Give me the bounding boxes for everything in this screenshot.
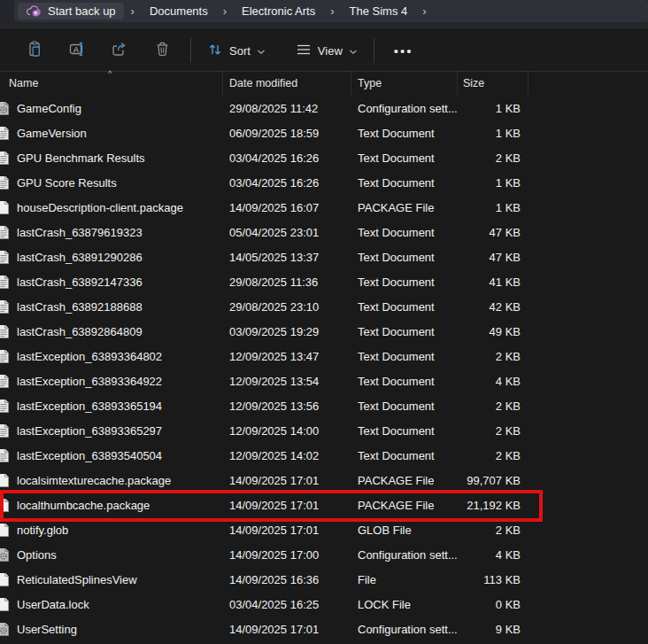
breadcrumb-chevron-icon: ›	[124, 5, 142, 17]
paste-button[interactable]	[13, 35, 56, 66]
file-name: localthumbcache.package	[17, 499, 150, 512]
file-type: PACKAGE File	[351, 201, 458, 214]
file-row[interactable]: lastCrash_63892147336 29/08/2025 11:36 T…	[0, 269, 648, 294]
sort-button[interactable]: Sort	[198, 35, 274, 66]
file-icon	[0, 598, 11, 611]
breadcrumb-item-the-sims-4[interactable]: The Sims 4	[341, 3, 415, 19]
breadcrumb-item-start-back-up[interactable]: Start back up	[18, 3, 124, 19]
file-row[interactable]: lastException_63893364922 12/09/2025 13:…	[0, 369, 648, 393]
file-size: 41 KB	[458, 275, 528, 289]
delete-button[interactable]	[141, 35, 183, 66]
breadcrumb-chevron-icon: ›	[216, 5, 234, 17]
column-header-size[interactable]: Size	[458, 72, 528, 95]
file-row[interactable]: UserData.lock 03/04/2025 16:25 LOCK File…	[0, 592, 648, 617]
text-document-icon	[0, 226, 11, 239]
file-name: localsimtexturecache.package	[17, 474, 171, 487]
file-row[interactable]: lastCrash_63892188688 29/08/2025 23:10 T…	[0, 294, 648, 319]
file-row[interactable]: GameConfig 29/08/2025 11:42 Configuratio…	[0, 96, 648, 120]
config-file-icon	[0, 102, 11, 115]
file-row[interactable]: lastException_63893365297 12/09/2025 14:…	[0, 418, 648, 443]
more-icon: •••	[382, 43, 426, 58]
file-type: PACKAGE File	[351, 474, 458, 487]
file-type: Text Document	[351, 226, 458, 239]
file-row[interactable]: Options 14/09/2025 17:00 Configuration s…	[0, 542, 648, 567]
file-date-modified: 12/09/2025 13:47	[223, 350, 351, 363]
file-size: 49 KB	[458, 325, 528, 338]
file-size: 2 KB	[458, 524, 528, 537]
file-date-modified: 14/09/2025 17:01	[223, 499, 351, 512]
file-row[interactable]: ReticulatedSplinesView 14/09/2025 16:36 …	[0, 567, 648, 592]
file-row[interactable]: GPU Benchmark Results 03/04/2025 16:26 T…	[0, 145, 648, 170]
chevron-down-icon	[257, 44, 266, 58]
share-button[interactable]	[98, 35, 141, 66]
file-type: Configuration sett...	[351, 548, 458, 562]
file-row[interactable]: GPU Score Results 03/04/2025 16:26 Text …	[0, 170, 648, 195]
breadcrumb-chevron-icon: ›	[415, 5, 433, 17]
file-type: Text Document	[351, 151, 458, 165]
address-bar[interactable]: Start back up›Documents›Electronic Arts›…	[14, 0, 648, 22]
file-icon	[0, 201, 11, 214]
toolbar-separator	[190, 38, 191, 63]
file-date-modified: 14/09/2025 16:07	[223, 201, 351, 214]
title-bar: Start back up›Documents›Electronic Arts›…	[0, 0, 648, 29]
file-size: 1 KB	[458, 176, 528, 190]
file-row[interactable]: lastException_63893365194 12/09/2025 13:…	[0, 393, 648, 418]
file-type: Text Document	[351, 176, 458, 190]
file-date-modified: 29/08/2025 23:10	[223, 300, 351, 314]
breadcrumb-item-documents[interactable]: Documents	[142, 3, 216, 19]
file-date-modified: 03/04/2025 16:26	[223, 151, 351, 165]
file-explorer-window: Start back up›Documents›Electronic Arts›…	[0, 0, 648, 644]
file-name: lastCrash_63879619323	[17, 226, 143, 239]
file-row[interactable]: lastCrash_63892864809 03/09/2025 19:29 T…	[0, 319, 648, 344]
file-date-modified: 29/08/2025 11:36	[223, 275, 351, 289]
config-file-icon	[0, 548, 11, 562]
file-name: lastException_63893365194	[17, 400, 162, 413]
file-row[interactable]: lastException_63893364802 12/09/2025 13:…	[0, 344, 648, 369]
paste-icon	[27, 41, 43, 61]
file-size: 2 KB	[458, 449, 528, 462]
file-name: UserData.lock	[17, 598, 89, 611]
breadcrumb-item-electronic-arts[interactable]: Electronic Arts	[234, 3, 323, 19]
rename-button[interactable]: A	[56, 35, 98, 66]
file-size: 0 KB	[458, 598, 528, 611]
breadcrumb-label: Start back up	[48, 4, 116, 18]
file-name: ReticulatedSplinesView	[17, 573, 137, 586]
file-row[interactable]: localsimtexturecache.package 14/09/2025 …	[0, 468, 648, 493]
file-type: Text Document	[351, 424, 458, 438]
file-row[interactable]: lastException_63893540504 12/09/2025 14:…	[0, 443, 648, 468]
column-header-type[interactable]: Type	[351, 72, 458, 95]
file-icon	[0, 573, 11, 586]
file-row[interactable]: lastCrash_63879619323 05/04/2025 23:01 T…	[0, 220, 648, 244]
text-document-icon	[0, 176, 11, 190]
file-type: Text Document	[351, 127, 458, 140]
file-row[interactable]: lastCrash_63891290286 14/05/2025 13:37 T…	[0, 244, 648, 269]
file-date-modified: 12/09/2025 13:56	[223, 400, 351, 413]
file-name: lastException_63893364922	[17, 375, 162, 388]
breadcrumb: Start back up›Documents›Electronic Arts›…	[18, 3, 434, 19]
text-document-icon	[0, 449, 11, 462]
file-name: GPU Benchmark Results	[17, 151, 145, 165]
file-row[interactable]: notify.glob 14/09/2025 17:01 GLOB File 2…	[0, 517, 648, 542]
file-type: GLOB File	[351, 524, 458, 537]
file-row[interactable]: UserSetting 14/09/2025 17:01 Configurati…	[0, 617, 648, 641]
file-row-highlighted[interactable]: localthumbcache.package 14/09/2025 17:01…	[0, 493, 648, 517]
file-date-modified: 03/09/2025 19:29	[223, 325, 351, 338]
view-label: View	[318, 44, 343, 58]
view-button[interactable]: View	[287, 35, 366, 66]
file-date-modified: 14/05/2025 13:37	[223, 251, 351, 264]
file-name: GPU Score Results	[17, 176, 117, 190]
file-name: lastCrash_63892188688	[17, 300, 143, 314]
more-options-button[interactable]: •••	[382, 35, 426, 66]
file-date-modified: 03/04/2025 16:25	[223, 598, 351, 611]
file-type: Text Document	[351, 251, 458, 264]
file-date-modified: 06/09/2025 18:59	[223, 127, 351, 140]
file-type: PACKAGE File	[351, 499, 458, 512]
file-size: 113 KB	[458, 573, 528, 586]
column-header-date-modified[interactable]: Date modified	[223, 72, 351, 95]
file-date-modified: 14/09/2025 16:36	[223, 573, 351, 586]
file-size: 1 KB	[458, 127, 528, 140]
view-icon	[296, 42, 312, 60]
file-row[interactable]: houseDescription-client.package 14/09/20…	[0, 195, 648, 220]
file-date-modified: 12/09/2025 14:00	[223, 424, 351, 438]
file-row[interactable]: GameVersion 06/09/2025 18:59 Text Docume…	[0, 120, 648, 145]
